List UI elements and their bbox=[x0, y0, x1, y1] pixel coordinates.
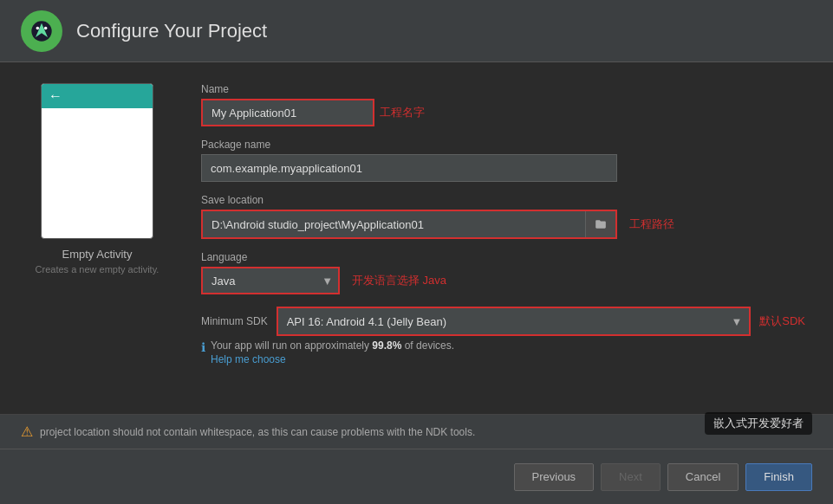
warning-icon: ⚠ bbox=[21, 423, 33, 440]
name-input[interactable] bbox=[201, 99, 374, 126]
phone-preview: ← bbox=[41, 83, 153, 239]
sdk-label: Minimum SDK bbox=[201, 315, 268, 327]
wechat-badge: 嵌入式开发爱好者 bbox=[705, 412, 812, 435]
activity-preview-panel: ← Empty Activity Creates a new empty act… bbox=[28, 83, 166, 428]
cancel-button[interactable]: Cancel bbox=[667, 463, 739, 491]
help-me-choose-link[interactable]: Help me choose bbox=[211, 353, 454, 365]
browse-folder-button[interactable] bbox=[585, 211, 615, 237]
sdk-info-content: Your app will run on approximately 99.8%… bbox=[211, 339, 454, 365]
sdk-info-text: ℹ Your app will run on approximately 99.… bbox=[201, 339, 805, 365]
app-icon bbox=[21, 10, 62, 52]
save-location-row: 工程路径 bbox=[201, 210, 805, 239]
name-annotation: 工程名字 bbox=[380, 105, 425, 120]
name-input-row: 工程名字 bbox=[201, 99, 805, 126]
save-location-annotation: 工程路径 bbox=[629, 216, 674, 232]
configuration-form: Name 工程名字 Package name Save location bbox=[201, 83, 805, 428]
package-group: Package name bbox=[201, 139, 805, 182]
save-location-group: Save location 工程路径 bbox=[201, 194, 805, 239]
activity-description: Creates a new empty activity. bbox=[36, 264, 159, 275]
preview-back-arrow: ← bbox=[49, 88, 62, 104]
dialog-header: Configure Your Project bbox=[0, 0, 833, 62]
package-input[interactable] bbox=[201, 154, 617, 182]
save-location-label: Save location bbox=[201, 194, 805, 206]
info-icon: ℹ bbox=[201, 340, 205, 354]
svg-point-2 bbox=[44, 26, 48, 29]
save-location-input[interactable] bbox=[203, 211, 585, 237]
sdk-select-wrapper: API 16: Android 4.1 (Jelly Bean) API 21:… bbox=[277, 307, 752, 336]
language-select-wrapper: Java Kotlin ▼ bbox=[201, 267, 340, 294]
sdk-select[interactable]: API 16: Android 4.1 (Jelly Bean) API 21:… bbox=[278, 308, 750, 334]
sdk-info-bold: 99.8% bbox=[372, 339, 401, 352]
save-location-input-wrapper bbox=[201, 210, 617, 239]
sdk-row: Minimum SDK API 16: Android 4.1 (Jelly B… bbox=[201, 307, 805, 336]
preview-top-bar: ← bbox=[42, 84, 153, 108]
name-group: Name 工程名字 bbox=[201, 83, 805, 126]
activity-type-label: Empty Activity bbox=[62, 248, 133, 261]
main-content: ← Empty Activity Creates a new empty act… bbox=[0, 62, 833, 449]
language-group: Language Java Kotlin ▼ 开发语言选择 Java bbox=[201, 251, 805, 294]
finish-button[interactable]: Finish bbox=[745, 463, 812, 491]
language-label: Language bbox=[201, 251, 805, 263]
name-label: Name bbox=[201, 83, 805, 95]
dialog-footer: Previous Next Cancel Finish bbox=[0, 449, 833, 504]
language-row: Java Kotlin ▼ 开发语言选择 Java bbox=[201, 267, 805, 294]
language-annotation: 开发语言选择 Java bbox=[352, 273, 446, 288]
sdk-annotation: 默认SDK bbox=[759, 313, 805, 329]
wechat-badge-text: 嵌入式开发爱好者 bbox=[713, 417, 804, 430]
previous-button[interactable]: Previous bbox=[514, 463, 595, 491]
svg-point-1 bbox=[36, 26, 40, 29]
dialog-title: Configure Your Project bbox=[76, 20, 267, 42]
language-select[interactable]: Java Kotlin bbox=[201, 267, 340, 294]
sdk-group: Minimum SDK API 16: Android 4.1 (Jelly B… bbox=[201, 307, 805, 365]
sdk-info-suffix: of devices. bbox=[401, 339, 454, 352]
package-label: Package name bbox=[201, 139, 805, 151]
warning-text: project location should not contain whit… bbox=[40, 426, 475, 438]
next-button: Next bbox=[601, 463, 661, 491]
sdk-info-prefix: Your app will run on approximately bbox=[211, 339, 372, 352]
